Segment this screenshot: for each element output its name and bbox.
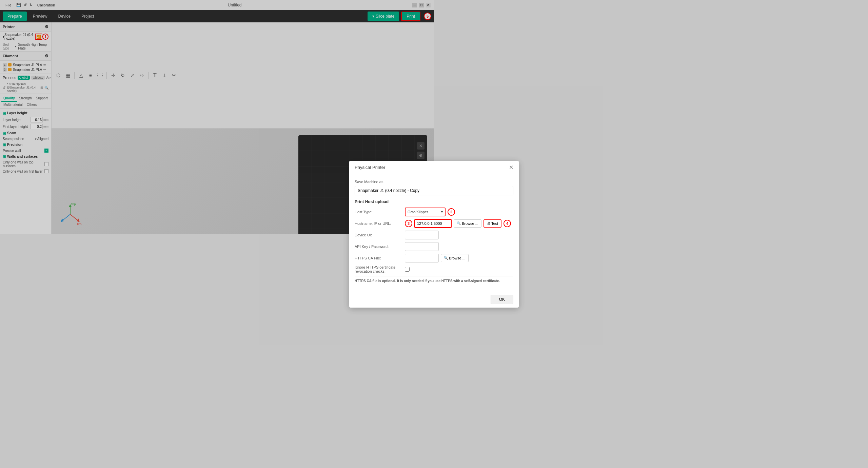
- dialog-body: Save Machine as Print Host upload Host T…: [349, 174, 434, 234]
- dialog-title: Physical Printer: [355, 165, 385, 170]
- host-type-row: Host Type: Octo/Klipper ▾ 2: [355, 208, 434, 216]
- hostname-row: Hostname, IP or URL: 3 🔍 Browse ... 🖨 Te…: [355, 219, 434, 228]
- dialog-titlebar: Physical Printer ✕: [349, 161, 434, 174]
- device-ui-label: Device UI:: [355, 233, 402, 234]
- dialog-overlay: Physical Printer ✕ Save Machine as Print…: [0, 0, 434, 234]
- hostname-input[interactable]: [414, 219, 434, 228]
- hostname-controls: 3 🔍 Browse ... 🖨 Test 4: [405, 219, 434, 228]
- host-type-dropdown[interactable]: Octo/Klipper ▾: [405, 208, 434, 216]
- host-type-controls: Octo/Klipper ▾ 2: [405, 208, 434, 216]
- print-host-section-title: Print Host upload: [355, 199, 434, 204]
- save-machine-label: Save Machine as: [355, 180, 434, 184]
- hostname-label: Hostname, IP or URL:: [355, 221, 402, 226]
- annotation-3: 3: [405, 220, 412, 227]
- device-ui-controls: [405, 231, 434, 234]
- machine-name-input[interactable]: [355, 186, 434, 195]
- physical-printer-dialog: Physical Printer ✕ Save Machine as Print…: [349, 161, 434, 234]
- host-type-value: Octo/Klipper: [408, 210, 428, 214]
- host-type-label: Host Type:: [355, 210, 402, 214]
- device-ui-row: Device UI:: [355, 231, 434, 234]
- device-ui-input[interactable]: [405, 231, 434, 234]
